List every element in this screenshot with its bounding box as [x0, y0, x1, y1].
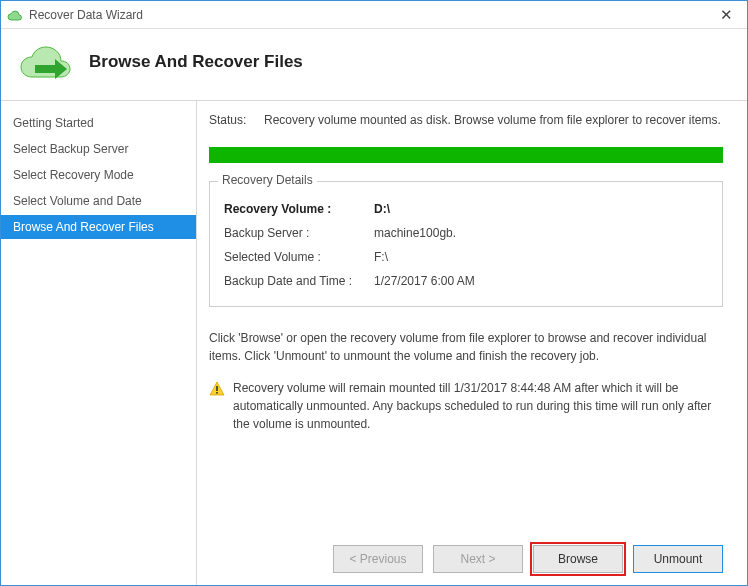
close-button[interactable]: ✕: [711, 6, 741, 24]
unmount-button[interactable]: Unmount: [633, 545, 723, 573]
warning-row: Recovery volume will remain mounted till…: [209, 379, 723, 433]
detail-selected-volume: Selected Volume : F:\: [224, 250, 708, 264]
detail-label: Backup Server :: [224, 226, 374, 240]
sidebar-item-select-volume-date[interactable]: Select Volume and Date: [1, 189, 196, 213]
window-title: Recover Data Wizard: [29, 8, 143, 22]
titlebar: Recover Data Wizard ✕: [1, 1, 747, 29]
detail-label: Selected Volume :: [224, 250, 374, 264]
wizard-steps-sidebar: Getting Started Select Backup Server Sel…: [1, 101, 196, 585]
svg-rect-0: [216, 386, 218, 391]
detail-value: machine100gb.: [374, 226, 456, 240]
svg-rect-1: [216, 392, 218, 394]
warning-text: Recovery volume will remain mounted till…: [233, 379, 723, 433]
detail-label: Backup Date and Time :: [224, 274, 374, 288]
previous-button: < Previous: [333, 545, 423, 573]
detail-backup-datetime: Backup Date and Time : 1/27/2017 6:00 AM: [224, 274, 708, 288]
app-icon: [7, 7, 23, 23]
detail-label: Recovery Volume :: [224, 202, 374, 216]
sidebar-item-select-backup-server[interactable]: Select Backup Server: [1, 137, 196, 161]
detail-recovery-volume: Recovery Volume : D:\: [224, 202, 708, 216]
button-bar: < Previous Next > Browse Unmount: [209, 533, 723, 573]
sidebar-item-getting-started[interactable]: Getting Started: [1, 111, 196, 135]
recovery-details-group: Recovery Details Recovery Volume : D:\ B…: [209, 181, 723, 307]
detail-value: 1/27/2017 6:00 AM: [374, 274, 475, 288]
detail-backup-server: Backup Server : machine100gb.: [224, 226, 708, 240]
sidebar-item-select-recovery-mode[interactable]: Select Recovery Mode: [1, 163, 196, 187]
browse-button[interactable]: Browse: [533, 545, 623, 573]
page-title: Browse And Recover Files: [89, 52, 303, 72]
cloud-arrow-icon: [17, 39, 77, 84]
status-row: Status: Recovery volume mounted as disk.…: [209, 113, 723, 127]
progress-bar: [209, 147, 723, 163]
content-area: Getting Started Select Backup Server Sel…: [1, 100, 747, 585]
main-panel: Status: Recovery volume mounted as disk.…: [196, 101, 747, 585]
status-label: Status:: [209, 113, 264, 127]
sidebar-item-browse-recover[interactable]: Browse And Recover Files: [1, 215, 196, 239]
details-legend: Recovery Details: [218, 173, 317, 187]
detail-value: D:\: [374, 202, 390, 216]
warning-icon: [209, 381, 225, 397]
next-button: Next >: [433, 545, 523, 573]
status-text: Recovery volume mounted as disk. Browse …: [264, 113, 721, 127]
instructions-text: Click 'Browse' or open the recovery volu…: [209, 329, 723, 365]
detail-value: F:\: [374, 250, 388, 264]
wizard-header: Browse And Recover Files: [1, 29, 747, 100]
